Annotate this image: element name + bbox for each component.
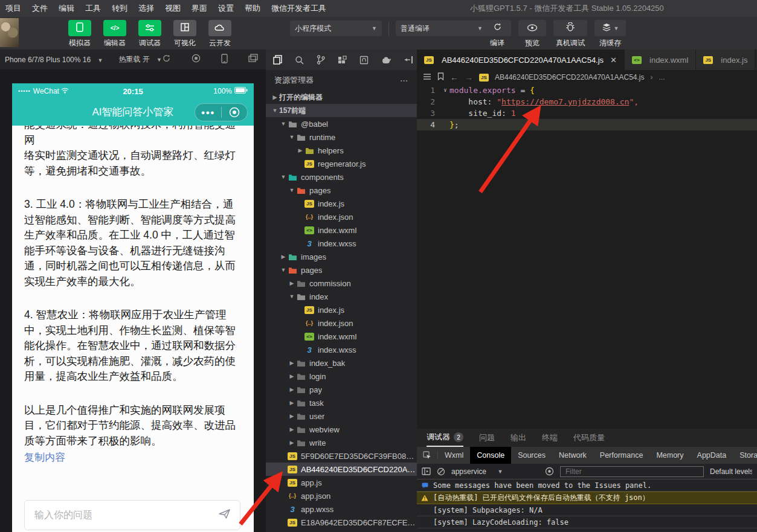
tab-code-quality[interactable]: 代码质量 [573, 429, 605, 447]
git-branch-icon[interactable] [317, 55, 325, 65]
mode-dropdown[interactable]: 小程序模式 ▼ [290, 21, 382, 36]
tree-item[interactable]: 3index.wxss [266, 343, 417, 356]
console-sidebar-icon[interactable] [422, 467, 431, 475]
tree-section[interactable]: ▼157前端 [266, 104, 417, 117]
menu-item[interactable]: 帮助 [239, 3, 266, 14]
search-icon[interactable] [295, 56, 304, 65]
tree-item[interactable]: {..}index.json [266, 316, 417, 330]
tree-item[interactable]: <>index.wxml [266, 330, 417, 343]
capsule-menu[interactable]: ●●● [195, 103, 248, 121]
avatar[interactable] [0, 18, 19, 47]
devtools-tab-sources[interactable]: Sources [511, 447, 552, 464]
devtools-tab-performance[interactable]: Performance [593, 447, 650, 464]
tree-item[interactable]: {..}app.json [266, 489, 417, 502]
tree-item[interactable]: JSindex.js [266, 303, 417, 316]
menu-item[interactable]: 编辑 [53, 3, 80, 14]
tree-item[interactable]: ▼index [266, 290, 417, 303]
tree-item[interactable]: JS5F9D60E7ED35D6CF39FB08E02... [266, 449, 417, 463]
tree-item[interactable]: ▶task [266, 396, 417, 409]
tree-item[interactable]: 3app.wxss [266, 502, 417, 516]
teapot-icon[interactable] [381, 56, 391, 64]
extensions-icon[interactable] [338, 56, 347, 65]
menu-item[interactable]: 视图 [159, 3, 186, 14]
tree-item[interactable]: JSE18A9642ED35D6CF87ECFE454... [266, 516, 417, 529]
clear-console-icon[interactable] [437, 467, 445, 476]
menu-item[interactable]: 微信开发者工具 [266, 3, 332, 14]
menu-item[interactable]: 转到 [106, 3, 133, 14]
close-icon[interactable]: ✕ [610, 56, 617, 65]
phone-frame-icon[interactable] [221, 54, 228, 65]
tree-item[interactable]: {..}index.json [266, 210, 417, 223]
more-actions-icon[interactable]: ⋯ [400, 76, 408, 85]
tree-item[interactable]: JSapp.js [266, 476, 417, 489]
tree-item[interactable]: ▼pages [266, 184, 417, 197]
debugger-panel-button[interactable]: 调试器 [135, 20, 164, 48]
nav-back-icon[interactable]: ← [450, 72, 459, 82]
devtools-tab-console[interactable]: Console [470, 447, 511, 464]
hot-reload-toggle[interactable]: 热重载 开 ▼ [118, 54, 162, 65]
inspect-icon[interactable] [417, 451, 438, 460]
tree-item[interactable]: ▶write [266, 436, 417, 449]
simulator-panel-button[interactable]: 模拟器 [65, 20, 94, 48]
tree-item[interactable]: ▶login [266, 370, 417, 383]
tree-item[interactable]: ▼components [266, 170, 417, 184]
tree-item[interactable]: ▶helpers [266, 144, 417, 157]
preview-button[interactable]: 预览 [518, 20, 546, 48]
editor-panel-button[interactable]: </> 编辑器 [100, 20, 129, 48]
tree-item[interactable]: {..}project.config.json [266, 529, 417, 532]
tree-item[interactable]: ▶pay [266, 383, 417, 396]
tree-item[interactable]: 3index.wxss [266, 237, 417, 250]
more-icon[interactable]: ●●● [195, 109, 221, 116]
visualization-panel-button[interactable]: 可视化 [170, 20, 199, 48]
tree-section[interactable]: ▶打开的编辑器 [266, 91, 417, 104]
menu-item[interactable]: 项目 [0, 3, 27, 14]
tree-item[interactable]: ▶index_bak [266, 356, 417, 370]
clear-cache-button[interactable]: ▼ 清缓存 [594, 20, 626, 48]
devtools-tab-network[interactable]: Network [552, 447, 593, 464]
devtools-tab-wxml[interactable]: Wxml [438, 447, 470, 464]
tree-item[interactable]: JSregenerator.js [266, 157, 417, 170]
menu-item[interactable]: 选择 [133, 3, 159, 14]
tab-problems[interactable]: 问题 [479, 429, 495, 447]
fold-icon[interactable]: ∨ [441, 85, 449, 96]
tree-item[interactable]: JSindex.js [266, 197, 417, 210]
compile-button[interactable]: 编译 [483, 20, 511, 48]
tab-output[interactable]: 输出 [511, 429, 526, 447]
cloud-dev-panel-button[interactable]: 云开发 [205, 20, 234, 48]
compile-mode-dropdown[interactable]: 普通编译 ▼ [396, 21, 488, 36]
filter-input[interactable] [560, 466, 704, 477]
outline-icon[interactable] [423, 73, 431, 82]
copy-content-link[interactable]: 复制内容 [24, 452, 65, 463]
tree-item[interactable]: ▶webview [266, 423, 417, 436]
device-selector[interactable]: Phone 6/7/8 Plus 100% 16 ▼ [5, 56, 103, 64]
rotate-icon[interactable] [162, 54, 171, 65]
log-levels-dropdown[interactable]: Default levels [710, 467, 752, 476]
bookmark-icon[interactable] [437, 72, 444, 82]
files-icon[interactable] [273, 55, 282, 65]
tree-item[interactable]: ▼runtime [266, 130, 417, 144]
send-icon[interactable] [218, 508, 231, 522]
devtools-tab-appdata[interactable]: AppData [691, 447, 733, 464]
menu-item[interactable]: 工具 [80, 3, 106, 14]
menu-item[interactable]: 设置 [213, 3, 239, 14]
tab-debugger[interactable]: 调试器2 [427, 429, 463, 447]
editor-tab[interactable]: <> index.wxml [625, 50, 696, 70]
tab-terminal[interactable]: 终端 [542, 429, 558, 447]
question-input[interactable] [33, 509, 218, 521]
tree-item[interactable]: ▶images [266, 250, 417, 263]
exit-icon[interactable] [222, 107, 248, 118]
snippets-icon[interactable] [359, 56, 369, 65]
nav-forward-icon[interactable]: → [465, 72, 473, 82]
collapse-sidebar-icon[interactable] [404, 56, 413, 64]
tree-item[interactable]: ▶user [266, 409, 417, 423]
record-icon[interactable] [192, 54, 201, 65]
code-editor[interactable]: 1∨module.exports = {2 host: "https://dem… [417, 85, 757, 130]
tree-item[interactable]: JSAB446240ED35D6CFCD220A47... [266, 463, 417, 476]
device-debug-button[interactable]: 真机调试 [553, 20, 587, 48]
devtools-tab-memory[interactable]: Memory [649, 447, 690, 464]
menu-item[interactable]: 文件 [27, 3, 53, 14]
tree-item[interactable]: ▼pages [266, 263, 417, 277]
context-dropdown[interactable]: appservice ▼ [451, 467, 539, 476]
devtools-tab-storage[interactable]: Storage [733, 447, 757, 464]
windows-icon[interactable] [248, 54, 258, 65]
